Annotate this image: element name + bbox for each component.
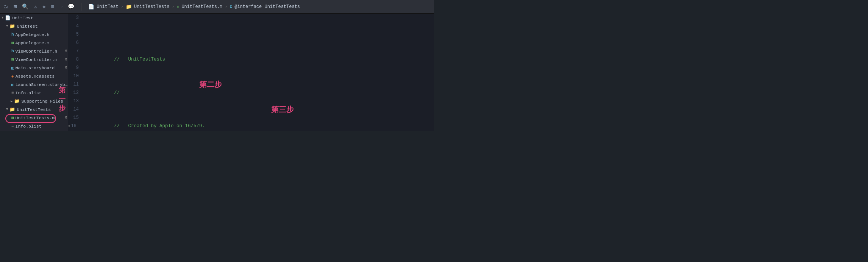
folder-icon3: 📁 (9, 107, 15, 112)
folder-icon[interactable]: 🗂 (3, 4, 8, 10)
sidebar-item-main-storyboard[interactable]: ◧ Main.storyboard M (0, 64, 68, 72)
sidebar-item-unitTestTests-folder[interactable]: ▼ 📁 UnitTestTests (0, 105, 68, 114)
line-num-10: 10 (68, 72, 79, 80)
m-icon3: m (11, 115, 14, 120)
appDelegate-h-label: AppDelegate.h (16, 32, 68, 37)
viewController-m-label: ViewController.m (16, 57, 63, 62)
line-num-13: 13 (68, 97, 79, 105)
git-badge-h: M (65, 49, 67, 53)
git-badge-m: M (65, 58, 67, 62)
sidebar-item-info-plist2[interactable]: ≡ Info.plist (0, 122, 68, 130)
sidebar-item-unitTestTests-m[interactable]: m UnitTestTests.m M (0, 114, 68, 122)
sidebar-item-viewController-m[interactable]: m ViewController.m M (0, 55, 68, 64)
editor[interactable]: 3 4 5 6 7 8 9 10 11 12 13 14 15 ◇16 17 (68, 14, 434, 131)
sidebar-item-unitTest-folder[interactable]: ▼ 📁 UnitTest (0, 22, 68, 30)
sidebar-item-assets[interactable]: ◈ Assets.xcassets (0, 72, 68, 80)
folder-icon2: 📁 (14, 98, 20, 104)
line-num-11: 11 (68, 80, 79, 89)
storyboard-icon2: ◧ (11, 82, 14, 87)
breadcrumb-interface[interactable]: @interface UnitTestTests (234, 4, 300, 9)
assets-icon: ◈ (11, 74, 14, 79)
arrow-down-icon2: ▼ (6, 24, 8, 28)
unitTest-root-label: UnitTest (12, 16, 68, 20)
code-area: 3 4 5 6 7 8 9 10 11 12 13 14 15 ◇16 17 (68, 14, 434, 131)
grid-icon[interactable]: ⊞ (14, 3, 17, 10)
line-numbers: 3 4 5 6 7 8 9 10 11 12 13 14 15 ◇16 17 (68, 14, 82, 131)
breadcrumb-mfile-icon: m (177, 5, 180, 9)
breadcrumb-sep3: › (225, 4, 227, 9)
git-badge-tests: M (65, 116, 67, 120)
breadcrumb-project-icon: 📄 (88, 4, 94, 10)
main-content: ▼ 📄 UnitTest ▼ 📁 UnitTest h AppDelegate.… (0, 14, 434, 131)
sidebar-item-appDelegate-h[interactable]: h AppDelegate.h (0, 30, 68, 39)
toolbar: 🗂 ⊞ 🔍 ⚠ ◈ ≡ → 💬 📄 UnitTest › 📁 UnitTestT… (0, 0, 434, 14)
assets-label: Assets.xcassets (16, 74, 68, 79)
line-num-8: 8 (68, 55, 79, 64)
m-icon: m (11, 41, 14, 45)
line-num-12: 12 (68, 89, 79, 97)
info-plist2-label: Info.plist (16, 124, 68, 129)
code-line-5: // Created by Apple on 16/5/9. (86, 114, 434, 122)
breadcrumb: 📄 UnitTest › 📁 UnitTestTests › m UnitTes… (88, 4, 300, 10)
h-icon2: h (11, 49, 14, 53)
arrow-right-icon: ▶ (11, 99, 12, 103)
line-num-6: 6 (68, 39, 79, 47)
breadcrumb-sep2: › (172, 4, 175, 9)
arrow-down-icon: ▼ (2, 16, 3, 20)
line-num-5: 5 (68, 30, 79, 39)
chat-icon[interactable]: 💬 (68, 3, 74, 10)
search-icon[interactable]: 🔍 (22, 3, 28, 10)
sidebar-item-launchScreen[interactable]: ◧ LaunchScreen.storyboard (0, 80, 68, 89)
line-num-3: 3 (68, 14, 79, 22)
code-line-3: // UnitTestTests (86, 47, 434, 55)
line-num-7: 7 (68, 47, 79, 55)
step1-annotation: 第一步 (59, 86, 68, 113)
breadcrumb-mfile[interactable]: UnitTestTests.m (181, 4, 222, 9)
step3-annotation: 第三步 (271, 105, 294, 114)
sidebar-item-supporting-files[interactable]: ▶ 📁 Supporting Files (0, 97, 68, 105)
sidebar-item-viewController-h[interactable]: h ViewController.h M (0, 47, 68, 55)
arrow-right-icon[interactable]: → (59, 4, 62, 10)
arrow-down-icon3: ▼ (6, 108, 8, 111)
line-num-17: 17 (68, 130, 79, 131)
diff-icon[interactable]: ◈ (42, 3, 45, 10)
git-badge-sb: M (65, 66, 67, 70)
code-line-4: // (86, 80, 434, 89)
toolbar-divider (81, 3, 81, 11)
sidebar-item-products[interactable]: ▶ 📁 Products (0, 130, 68, 131)
comment-5: // Created by Apple on 16/5/9. (114, 123, 205, 129)
breadcrumb-interface-icon: C (230, 5, 233, 9)
m-icon2: m (11, 57, 14, 62)
code-content[interactable]: // UnitTestTests // // Created by Apple … (82, 14, 434, 131)
project-icon: 📄 (5, 15, 11, 21)
list-icon[interactable]: ≡ (51, 4, 54, 10)
plist-icon2: ≡ (11, 124, 14, 128)
unitTestTests-m-label: UnitTestTests.m (16, 115, 63, 120)
line-num-15: 15 (68, 114, 79, 122)
storyboard-icon: ◧ (11, 66, 14, 70)
unitTest-folder-label: UnitTest (17, 24, 68, 29)
folder-icon: 📁 (9, 23, 15, 29)
line-num-16: ◇16 (68, 122, 79, 130)
main-storyboard-label: Main.storyboard (16, 66, 63, 70)
line-num-4: 4 (68, 22, 79, 30)
sidebar-item-info-plist[interactable]: ≡ Info.plist (0, 89, 68, 97)
plist-icon: ≡ (11, 90, 14, 95)
breadcrumb-project[interactable]: UnitTest (97, 4, 119, 9)
breadcrumb-folder[interactable]: UnitTestTests (134, 4, 170, 9)
comment-3: // UnitTestTests (114, 57, 165, 62)
sidebar-item-appDelegate-m[interactable]: m AppDelegate.m (0, 39, 68, 47)
breadcrumb-sep1: › (121, 4, 123, 9)
sidebar-item-unitTest-root[interactable]: ▼ 📄 UnitTest (0, 14, 68, 22)
h-icon: h (11, 32, 14, 37)
line-num-9: 9 (68, 64, 79, 72)
appDelegate-m-label: AppDelegate.m (16, 41, 68, 45)
viewController-h-label: ViewController.h (16, 49, 63, 54)
breadcrumb-folder-icon: 📁 (126, 4, 132, 10)
comment-4: // (114, 90, 120, 95)
line-num-14: 14 (68, 105, 79, 114)
warning-icon[interactable]: ⚠ (34, 3, 37, 10)
sidebar: ▼ 📄 UnitTest ▼ 📁 UnitTest h AppDelegate.… (0, 14, 68, 131)
